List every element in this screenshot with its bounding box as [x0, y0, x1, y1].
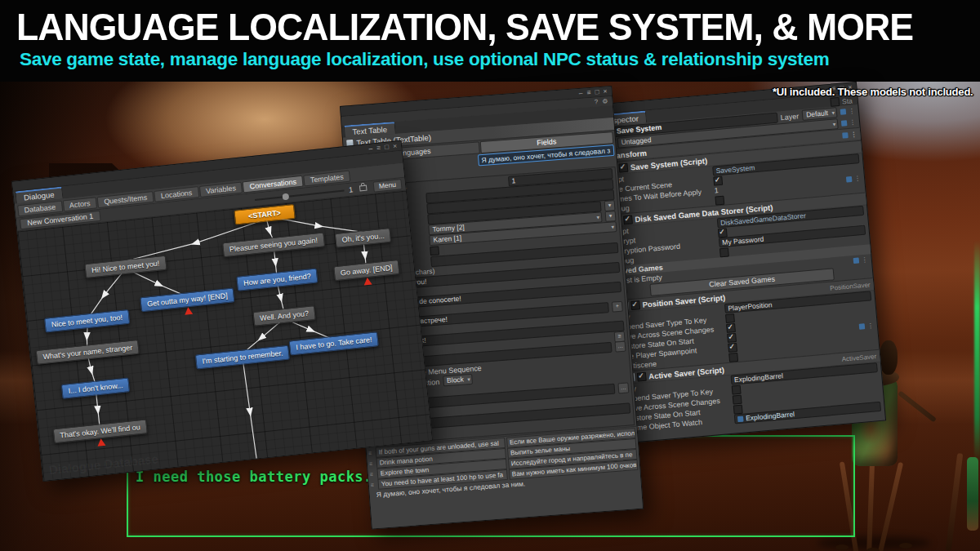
script-ref: ActiveSaver — [841, 353, 876, 363]
encrypt-checkbox[interactable] — [718, 228, 728, 238]
row-mini-icons: ⋮ — [853, 256, 868, 264]
more-button[interactable]: … — [617, 382, 629, 393]
false-condition-dropdown[interactable]: Block — [443, 374, 474, 387]
help-icon[interactable]: ? — [595, 98, 599, 105]
banner-subtitle: Save game state, manage language localiz… — [20, 49, 829, 70]
frames-value[interactable]: 1 — [714, 186, 719, 194]
more-button[interactable]: … — [615, 341, 626, 353]
debug-checkbox[interactable] — [715, 195, 724, 205]
across-checkbox[interactable] — [733, 394, 742, 404]
window-menu-icon[interactable]: ≡ — [586, 88, 591, 97]
zoom-slider-thumb[interactable] — [282, 193, 289, 200]
debug-checkbox[interactable] — [719, 247, 729, 257]
preset-icon[interactable] — [841, 120, 848, 127]
more-icon[interactable]: ⋮ — [849, 107, 856, 115]
close-icon[interactable]: × — [393, 141, 398, 150]
append-checkbox[interactable] — [732, 384, 742, 394]
dialogue-editor-window[interactable]: – ≡ □ × Dialogue Database Actors Quests/… — [11, 140, 433, 482]
preset-icon[interactable] — [853, 257, 860, 264]
tag-mini-icons: ⋮ — [841, 118, 857, 127]
more-icon[interactable]: ⋮ — [861, 256, 868, 264]
drag-handle-icon[interactable]: ≡ — [368, 459, 375, 469]
title-banner: LANGUAGE LOCALIZATION, SAVE SYSTEM, & MO… — [0, 0, 980, 82]
layer-label: Layer — [780, 112, 799, 122]
restore-checkbox[interactable] — [727, 332, 737, 342]
zoom-value: 1 — [349, 185, 354, 193]
drag-handle-icon[interactable]: ≡ — [370, 479, 376, 489]
more-icon[interactable]: ⋮ — [854, 174, 862, 182]
header-mini-icons: ⋮ — [840, 107, 856, 116]
row-mini-icons: ⋮ — [846, 174, 862, 183]
warning-icon — [184, 307, 193, 315]
component-enabled-checkbox[interactable] — [630, 300, 640, 310]
multiscene-checkbox[interactable] — [728, 352, 738, 362]
green-energy-glow — [974, 241, 980, 461]
static-checkbox[interactable] — [831, 97, 840, 107]
lock-icon[interactable] — [359, 185, 368, 192]
creature-foot — [899, 543, 912, 549]
warning-icon — [363, 278, 372, 286]
more-icon[interactable]: ⋮ — [850, 131, 858, 139]
gameobject-icon — [737, 415, 744, 422]
more-icon[interactable]: ⋮ — [866, 322, 874, 330]
window-menu-icon[interactable]: ≡ — [376, 144, 381, 153]
warning-icon — [97, 438, 106, 447]
more-icon[interactable]: ⋮ — [849, 118, 857, 127]
conversation-canvas[interactable]: Dialogue Database — [17, 191, 431, 481]
gear-icon[interactable]: ⚙ — [602, 97, 608, 105]
expand-button[interactable]: ▾ — [605, 211, 617, 222]
preset-icon[interactable] — [859, 323, 866, 330]
menu-button[interactable]: Menu — [372, 179, 402, 193]
transform-mini-icons: ⋮ — [842, 131, 858, 140]
preset-icon[interactable] — [842, 132, 849, 139]
inspector-window[interactable]: – ≡ □ × Inspector Sta Save System Layer … — [595, 82, 886, 443]
drag-handle-icon[interactable]: ≡ — [369, 469, 376, 478]
toolbar-tab-actors[interactable]: Actors — [62, 197, 97, 211]
maximize-icon[interactable]: □ — [384, 142, 389, 151]
component-enabled-checkbox[interactable] — [623, 215, 633, 224]
close-icon[interactable]: × — [603, 87, 608, 96]
group-checkbox[interactable] — [430, 246, 439, 256]
maximize-icon[interactable]: □ — [595, 87, 599, 96]
second-creature-green-limb — [967, 457, 978, 531]
script-ref: PositionSaver — [830, 281, 871, 291]
models-disclaimer: *UI included. These models not included. — [773, 86, 973, 98]
row-mini-icons: ⋮ — [859, 322, 875, 331]
preset-icon[interactable] — [840, 109, 847, 115]
component-enabled-checkbox[interactable] — [637, 371, 647, 381]
creature-foot — [866, 548, 880, 551]
add-button[interactable]: + — [612, 301, 623, 313]
restore-checkbox[interactable] — [733, 404, 743, 414]
creature-head — [880, 340, 898, 375]
drag-handle-icon[interactable]: ≡ — [368, 448, 375, 458]
spawnpoint-checkbox[interactable] — [728, 342, 737, 352]
creature-foot — [835, 544, 849, 550]
component-enabled-checkbox[interactable] — [618, 162, 628, 172]
save-current-scene-checkbox[interactable] — [713, 176, 723, 185]
across-checkbox[interactable] — [726, 323, 736, 333]
dialogue-subtitle-text: I need those battery packs. — [136, 469, 372, 485]
banner-title: LANGUAGE LOCALIZATION, SAVE SYSTEM, & MO… — [16, 5, 913, 49]
creature-arm — [898, 390, 937, 422]
expand-button[interactable]: ▾ — [604, 200, 616, 211]
minimize-icon[interactable]: – — [368, 144, 373, 153]
preset-icon[interactable] — [846, 176, 853, 182]
minimize-icon[interactable]: – — [578, 89, 583, 98]
append-checkbox[interactable] — [725, 313, 735, 323]
